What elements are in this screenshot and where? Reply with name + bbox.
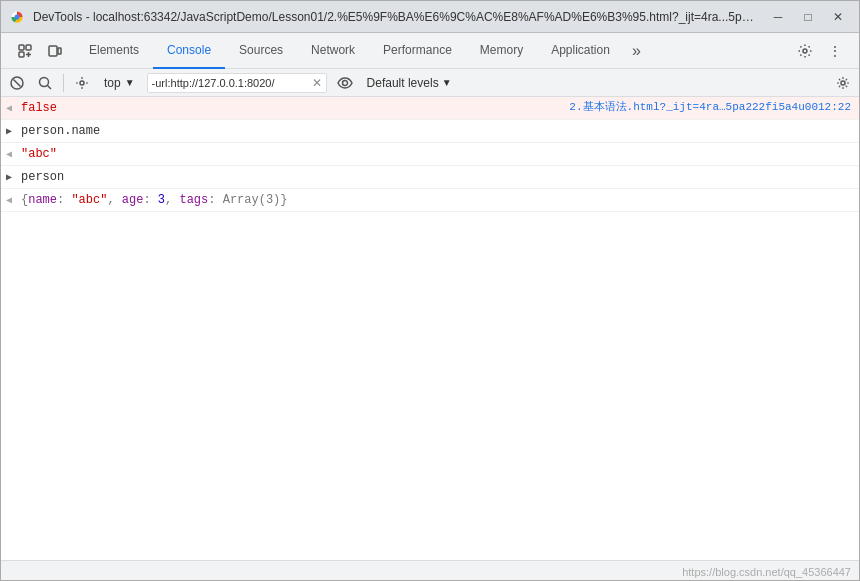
svg-rect-5	[58, 48, 61, 54]
tab-application[interactable]: Application	[537, 33, 624, 69]
tab-performance[interactable]: Performance	[369, 33, 466, 69]
console-settings-left-button[interactable]	[70, 71, 94, 95]
console-toolbar: top ▼ -url:http://127.0.0.1:8020/ ✕ Defa…	[1, 69, 859, 97]
filter-button[interactable]	[33, 71, 57, 95]
svg-line-8	[14, 79, 21, 86]
svg-rect-3	[19, 52, 24, 57]
close-button[interactable]: ✕	[825, 7, 851, 27]
status-bar: https://blog.csdn.net/qq_45366447	[1, 560, 859, 581]
clear-console-button[interactable]	[5, 71, 29, 95]
console-row-person-name: ▶ person.name	[1, 120, 859, 143]
console-row-abc: ◀ "abc"	[1, 143, 859, 166]
row-expand-indicator: ▶	[1, 122, 17, 137]
chrome-icon	[9, 9, 25, 25]
console-row-object-preview: ◀ {name: "abc", age: 3, tags: Array(3)}	[1, 189, 859, 212]
source-link-false[interactable]: 2.基本语法.html?_ijt=4ra…5pa222fi5a4u0012:22	[569, 99, 851, 114]
more-tabs-button[interactable]: »	[624, 33, 649, 69]
row-content-object-preview: {name: "abc", age: 3, tags: Array(3)}	[17, 191, 859, 209]
maximize-button[interactable]: □	[795, 7, 821, 27]
url-filter-input[interactable]: -url:http://127.0.0.1:8020/ ✕	[147, 73, 327, 93]
minimize-button[interactable]: ─	[765, 7, 791, 27]
window-controls: ─ □ ✕	[765, 7, 851, 27]
nav-bar: Elements Console Sources Network Perform…	[1, 33, 859, 69]
row-content-person[interactable]: person	[17, 168, 859, 186]
more-options-button[interactable]: ⋮	[821, 37, 849, 65]
inspect-element-button[interactable]	[11, 37, 39, 65]
context-selector[interactable]: top ▼	[98, 72, 141, 94]
console-row-person: ▶ person	[1, 166, 859, 189]
toolbar-divider	[63, 74, 64, 92]
row-expand-indicator-person: ▶	[1, 168, 17, 183]
window-title: DevTools - localhost:63342/JavaScriptDem…	[33, 10, 757, 24]
object-name-person: person	[21, 170, 64, 184]
property-name-person: person.name	[21, 124, 100, 138]
tab-elements[interactable]: Elements	[75, 33, 153, 69]
svg-point-6	[803, 49, 807, 53]
row-content-abc: "abc"	[17, 145, 859, 163]
svg-point-12	[342, 80, 347, 85]
object-preview: {name: "abc", age: 3, tags: Array(3)}	[21, 193, 288, 207]
settings-button[interactable]	[791, 37, 819, 65]
tab-network[interactable]: Network	[297, 33, 369, 69]
row-output-indicator: ◀	[1, 99, 17, 114]
eye-button[interactable]	[333, 71, 357, 95]
row-output-indicator-obj: ◀	[1, 191, 17, 206]
svg-line-10	[48, 85, 52, 89]
svg-point-9	[40, 77, 49, 86]
log-levels-dropdown[interactable]: Default levels ▼	[361, 72, 458, 94]
title-bar: DevTools - localhost:63342/JavaScriptDem…	[1, 1, 859, 33]
nav-left-icons	[5, 37, 75, 65]
console-settings-button[interactable]	[831, 71, 855, 95]
svg-point-13	[841, 81, 845, 85]
tab-sources[interactable]: Sources	[225, 33, 297, 69]
nav-tabs: Elements Console Sources Network Perform…	[75, 33, 785, 69]
clear-filter-button[interactable]: ✕	[312, 76, 322, 90]
string-value-abc: "abc"	[21, 147, 57, 161]
svg-rect-2	[26, 45, 31, 50]
svg-point-11	[80, 81, 84, 85]
console-content: ◀ false 2.基本语法.html?_ijt=4ra…5pa222fi5a4…	[1, 97, 859, 560]
row-content-person-name[interactable]: person.name	[17, 122, 859, 140]
status-link[interactable]: https://blog.csdn.net/qq_45366447	[682, 566, 851, 578]
svg-rect-4	[49, 46, 57, 56]
console-row-false: ◀ false 2.基本语法.html?_ijt=4ra…5pa222fi5a4…	[1, 97, 859, 120]
device-toolbar-button[interactable]	[41, 37, 69, 65]
false-value: false	[21, 101, 57, 115]
tab-console[interactable]: Console	[153, 33, 225, 69]
nav-right-icons: ⋮	[785, 37, 855, 65]
tab-memory[interactable]: Memory	[466, 33, 537, 69]
svg-rect-1	[19, 45, 24, 50]
row-output-indicator-abc: ◀	[1, 145, 17, 160]
